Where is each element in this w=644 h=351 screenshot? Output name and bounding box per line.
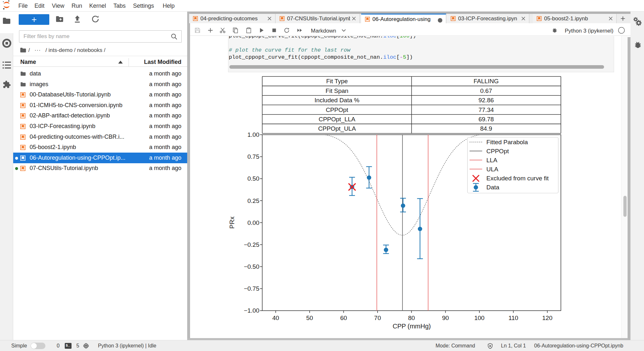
- svg-text:0.75: 0.75: [247, 153, 259, 160]
- svg-text:84.9: 84.9: [480, 125, 492, 132]
- svg-text:0.00: 0.00: [247, 219, 259, 226]
- svg-text:−0.75: −0.75: [244, 285, 259, 292]
- svg-text:CPPOpt: CPPOpt: [486, 148, 509, 155]
- svg-text:50: 50: [306, 315, 313, 321]
- svg-text:60: 60: [340, 315, 347, 321]
- svg-text:CPPOpt_ULA: CPPOpt_ULA: [318, 125, 356, 132]
- svg-text:CPPOpt: CPPOpt: [326, 106, 348, 113]
- svg-text:CPPOpt_LLA: CPPOpt_LLA: [319, 116, 355, 123]
- svg-text:92.86: 92.86: [478, 97, 494, 104]
- svg-text:Included Data %: Included Data %: [314, 97, 360, 104]
- svg-text:69.78: 69.78: [478, 116, 494, 123]
- svg-text:100: 100: [474, 315, 485, 321]
- svg-text:PRx: PRx: [228, 216, 235, 229]
- svg-text:120: 120: [542, 315, 553, 321]
- svg-text:77.34: 77.34: [478, 106, 494, 113]
- svg-text:LLA: LLA: [486, 157, 497, 164]
- svg-text:FALLING: FALLING: [474, 78, 499, 85]
- svg-text:0.67: 0.67: [480, 87, 492, 94]
- svg-text:40: 40: [272, 315, 279, 321]
- svg-text:ULA: ULA: [486, 166, 498, 173]
- svg-text:Data: Data: [486, 184, 500, 191]
- svg-text:70: 70: [374, 315, 381, 321]
- svg-text:−0.50: −0.50: [244, 263, 259, 270]
- svg-text:−1.00: −1.00: [244, 307, 259, 314]
- svg-text:CPP (mmHg): CPP (mmHg): [393, 323, 431, 330]
- svg-text:Fit Type: Fit Type: [326, 78, 348, 85]
- svg-text:0.50: 0.50: [247, 175, 259, 182]
- svg-text:0.25: 0.25: [247, 197, 259, 204]
- svg-text:90: 90: [442, 315, 449, 321]
- svg-text:−0.25: −0.25: [244, 241, 259, 248]
- svg-text:110: 110: [508, 315, 518, 321]
- svg-text:Fit Span: Fit Span: [326, 87, 349, 94]
- svg-text:Excluded from curve fit: Excluded from curve fit: [486, 175, 549, 182]
- svg-text:80: 80: [408, 315, 415, 321]
- svg-text:Fitted Parabola: Fitted Parabola: [486, 139, 528, 145]
- svg-text:1.00: 1.00: [247, 131, 259, 138]
